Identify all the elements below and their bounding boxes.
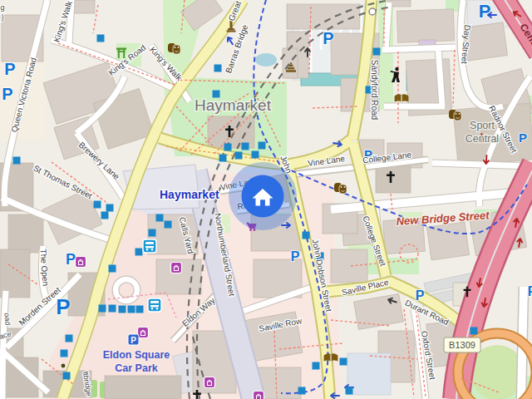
mini-roundabout-icon xyxy=(369,8,376,15)
private-parking-icon: P xyxy=(128,334,139,345)
road-ref-badge-b1309: B1309 xyxy=(444,337,480,352)
traffic-signal-dot xyxy=(62,364,66,368)
svg-text:P: P xyxy=(131,336,136,345)
svg-text:P: P xyxy=(4,60,15,78)
area-label-sport: Sport xyxy=(470,120,495,131)
svg-text:P: P xyxy=(323,29,333,47)
svg-text:P: P xyxy=(66,251,76,268)
street-label-fragment-oad: oad xyxy=(2,313,12,326)
area-label-central: Central xyxy=(466,133,499,145)
svg-text:B1309: B1309 xyxy=(449,340,475,350)
svg-text:P: P xyxy=(479,1,491,22)
svg-text:P: P xyxy=(519,131,527,145)
svg-text:P: P xyxy=(291,249,300,264)
place-label-haymarket: Haymarket xyxy=(195,96,272,114)
svg-text:P: P xyxy=(56,294,70,319)
map-svg[interactable]: P P P P P P P P P P P P Queen Victoria R… xyxy=(0,0,532,399)
carpark-label-line1: Eldon Square xyxy=(103,349,170,361)
svg-text:P: P xyxy=(2,85,12,103)
map-canvas[interactable]: P P P P P P P P P P P P Queen Victoria R… xyxy=(0,0,532,399)
svg-text:P: P xyxy=(416,288,425,303)
svg-text:P: P xyxy=(528,284,532,298)
home-location-marker[interactable] xyxy=(229,162,297,230)
label-fragment-g: g xyxy=(0,3,4,12)
station-label-haymarket: Haymarket xyxy=(160,188,219,201)
street-label-sandyford-road: Sandyford Road xyxy=(370,60,379,120)
label-fragment-paren: ) xyxy=(2,13,4,22)
carpark-label-line2: Car Park xyxy=(115,362,157,374)
